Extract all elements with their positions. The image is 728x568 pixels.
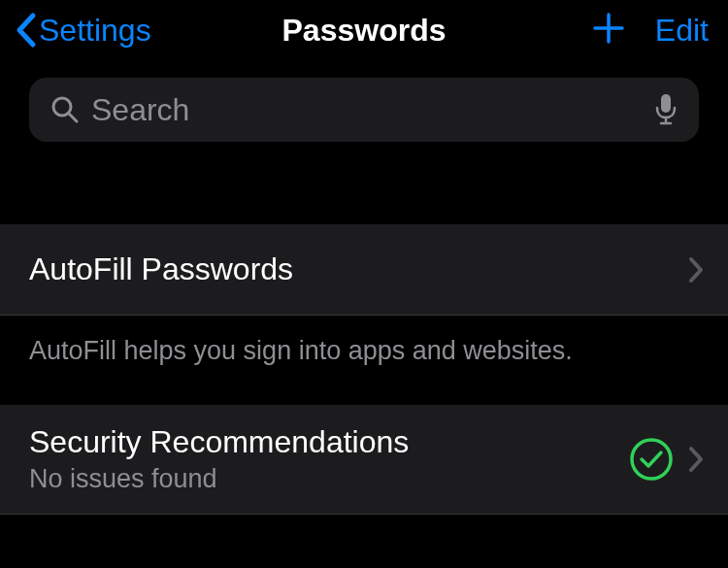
page-title: Passwords bbox=[282, 13, 447, 49]
search-input[interactable] bbox=[91, 92, 645, 128]
section-gap bbox=[0, 387, 728, 405]
search-container bbox=[0, 62, 728, 171]
row-subtitle: No issues found bbox=[29, 464, 629, 494]
search-icon bbox=[50, 95, 80, 124]
security-recommendations-row[interactable]: Security Recommendations No issues found bbox=[0, 405, 728, 515]
chevron-left-icon bbox=[14, 12, 37, 49]
chevron-right-icon bbox=[687, 255, 705, 284]
svg-rect-1 bbox=[661, 94, 671, 113]
add-button[interactable] bbox=[591, 11, 626, 50]
autofill-passwords-row[interactable]: AutoFill Passwords bbox=[0, 224, 728, 316]
row-title: Security Recommendations bbox=[29, 424, 629, 460]
chevron-right-icon bbox=[687, 445, 705, 474]
back-button[interactable]: Settings bbox=[10, 12, 151, 49]
microphone-icon[interactable] bbox=[654, 93, 678, 126]
plus-icon bbox=[591, 11, 626, 50]
svg-point-2 bbox=[632, 440, 671, 479]
edit-button[interactable]: Edit bbox=[655, 13, 709, 49]
back-button-label: Settings bbox=[39, 13, 151, 49]
navigation-bar: Settings Passwords Edit bbox=[0, 0, 728, 62]
search-bar[interactable] bbox=[29, 78, 699, 142]
section-gap bbox=[0, 171, 728, 224]
row-title: AutoFill Passwords bbox=[29, 251, 687, 287]
section-footer: AutoFill helps you sign into apps and we… bbox=[0, 316, 728, 387]
checkmark-circle-icon bbox=[629, 437, 674, 482]
